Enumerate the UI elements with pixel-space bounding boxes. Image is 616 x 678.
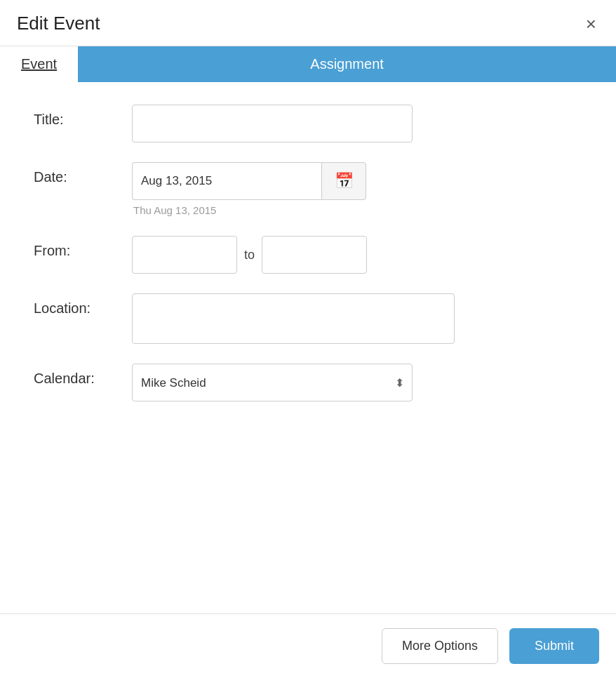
submit-button[interactable]: Submit [509, 628, 599, 664]
to-separator: to [244, 248, 255, 262]
from-label: From: [34, 236, 132, 259]
title-label: Title: [34, 105, 132, 128]
tab-event[interactable]: Event [0, 46, 78, 82]
date-input-row: 📅 [132, 162, 582, 200]
title-input[interactable] [132, 105, 413, 142]
date-hint: Thu Aug 13, 2015 [132, 204, 582, 216]
calendar-picker-button[interactable]: 📅 [321, 162, 366, 200]
location-control [132, 293, 582, 344]
location-row: Location: [34, 293, 582, 344]
calendar-row: Calendar: Mike Scheid ⬍ [34, 364, 582, 401]
dialog-title: Edit Event [17, 13, 100, 34]
calendar-icon: 📅 [335, 172, 354, 190]
date-control: 📅 Thu Aug 13, 2015 [132, 162, 582, 216]
from-row: From: to [34, 236, 582, 274]
location-input[interactable] [132, 293, 455, 344]
calendar-control: Mike Scheid ⬍ [132, 364, 582, 401]
dialog-header: Edit Event × [0, 0, 616, 46]
date-row: Date: 📅 Thu Aug 13, 2015 [34, 162, 582, 216]
title-control [132, 105, 582, 142]
dialog-body: Title: Date: 📅 Thu Aug 13, 2015 From: [0, 82, 616, 613]
tab-assignment[interactable]: Assignment [78, 46, 616, 82]
calendar-select[interactable]: Mike Scheid [132, 364, 413, 401]
date-input[interactable] [132, 162, 321, 200]
more-options-button[interactable]: More Options [382, 628, 498, 664]
location-label: Location: [34, 293, 132, 317]
calendar-select-wrapper: Mike Scheid ⬍ [132, 364, 413, 401]
dialog-footer: More Options Submit [0, 613, 616, 678]
to-time-input[interactable] [262, 236, 367, 274]
title-row: Title: [34, 105, 582, 142]
edit-event-dialog: Edit Event × Event Assignment Title: Dat… [0, 0, 616, 678]
from-control: to [132, 236, 582, 274]
from-time-input[interactable] [132, 236, 237, 274]
tabs-container: Event Assignment [0, 46, 616, 82]
close-button[interactable]: × [583, 15, 599, 33]
calendar-label: Calendar: [34, 364, 132, 387]
date-label: Date: [34, 162, 132, 185]
time-range-row: to [132, 236, 582, 274]
